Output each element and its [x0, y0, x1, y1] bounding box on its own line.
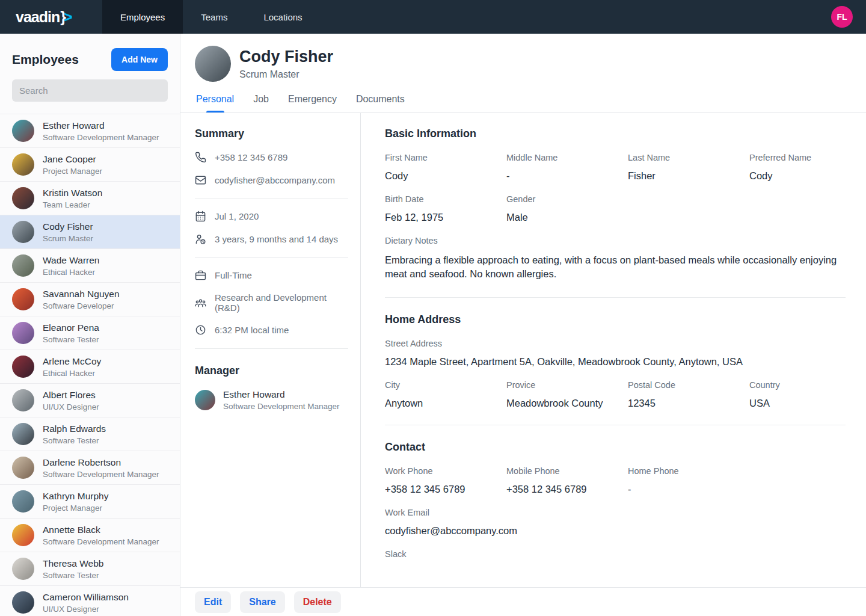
nav-item[interactable]: Locations — [245, 0, 320, 34]
main-content: Cody Fisher Scrum Master Personal Job Em… — [180, 34, 866, 616]
summary-start-date: Jul 1, 2020 — [215, 211, 259, 221]
summary-department-row: Research and Development (R&D) — [195, 292, 348, 313]
employee-avatar — [12, 254, 34, 277]
employee-role: UI/UX Designer — [43, 605, 129, 614]
employee-avatar — [12, 153, 34, 176]
nav-item[interactable]: Teams — [183, 0, 245, 34]
employee-list-item[interactable]: Wade Warren Ethical Hacker — [0, 249, 180, 283]
work-email-label: Work Email — [385, 508, 846, 517]
employee-avatar — [12, 288, 34, 310]
nav-item-label: Employees — [120, 12, 165, 22]
employee-avatar — [12, 187, 34, 209]
tenure-icon — [195, 233, 206, 245]
logo-text: vaadin — [16, 8, 60, 26]
profile-tab[interactable]: Documents — [355, 94, 406, 112]
employee-list-item[interactable]: Kathryn Murphy Project Manager — [0, 485, 180, 519]
add-new-button[interactable]: Add New — [111, 48, 168, 71]
employee-name: Savannah Nguyen — [43, 289, 120, 300]
summary-phone-row: +358 12 345 6789 — [195, 152, 348, 163]
field-label: Middle Name — [506, 153, 628, 162]
employee-name: Kathryn Murphy — [43, 491, 108, 502]
share-button[interactable]: Share — [240, 591, 284, 613]
field: Work Phone +358 12 345 6789 — [385, 466, 506, 495]
field-value: - — [506, 170, 628, 182]
employee-name: Cody Fisher — [43, 221, 93, 232]
employee-name: Albert Flores — [43, 390, 99, 401]
field-value: - — [628, 484, 749, 495]
slack-label: Slack — [385, 549, 846, 559]
employee-avatar — [12, 322, 34, 344]
field: Mobile Phone +358 12 345 6789 — [506, 466, 628, 495]
street-address-value: 1234 Maple Street, Apartment 5A, Oakvill… — [385, 356, 846, 368]
employee-avatar — [12, 389, 34, 411]
profile-tab-label: Personal — [196, 94, 234, 104]
summary-employment-row: Full-Time — [195, 270, 348, 281]
employee-role: Team Leader — [43, 200, 102, 209]
field-value: Fisher — [628, 170, 749, 182]
field-label: City — [385, 380, 506, 390]
contact-phones-grid: Work Phone +358 12 345 6789 Mobile Phone… — [385, 466, 846, 495]
home-address-title: Home Address — [385, 313, 846, 326]
employee-list-item[interactable]: Jane Cooper Project Manager — [0, 148, 180, 182]
employee-role: Software Development Manager — [43, 537, 159, 546]
edit-button[interactable]: Edit — [195, 591, 231, 613]
user-avatar[interactable]: FL — [831, 6, 853, 28]
employee-list-item[interactable]: Cody Fisher Scrum Master — [0, 215, 180, 249]
sidebar-title: Employees — [12, 52, 79, 67]
field: Country USA — [749, 380, 866, 409]
employee-name: Theresa Webb — [43, 558, 103, 569]
nav-item-label: Locations — [263, 12, 302, 22]
nav-item-label: Teams — [201, 12, 227, 22]
employee-list-item[interactable]: Theresa Webb Software Tester — [0, 552, 180, 586]
field: First Name Cody — [385, 153, 506, 182]
clock-icon — [195, 324, 206, 336]
home-address-grid: City Anytown Provice Meadowbrook County … — [385, 380, 846, 409]
summary-start-date-row: Jul 1, 2020 — [195, 211, 348, 222]
employee-list-item[interactable]: Arlene McCoy Ethical Hacker — [0, 350, 180, 384]
employee-list-item[interactable]: Cameron Williamson UI/UX Designer — [0, 586, 180, 616]
street-address-field: Street Address 1234 Maple Street, Apartm… — [385, 339, 846, 368]
employee-list-item[interactable]: Esther Howard Software Development Manag… — [0, 114, 180, 148]
summary-local-time: 6:32 PM local time — [215, 325, 289, 335]
employee-list-item[interactable]: Kristin Watson Team Leader — [0, 182, 180, 215]
employee-avatar — [12, 524, 34, 546]
field-value: Male — [506, 212, 628, 223]
employee-list-item[interactable]: Savannah Nguyen Software Developer — [0, 283, 180, 316]
employee-list-item[interactable]: Albert Flores UI/UX Designer — [0, 384, 180, 417]
work-email-field: Work Email codyfisher@abccompany.com — [385, 508, 846, 537]
profile-tab[interactable]: Emergency — [287, 94, 338, 112]
employee-list-item[interactable]: Darlene Robertson Software Development M… — [0, 451, 180, 485]
personal-info-panel: Basic Information First Name Cody Middle… — [361, 113, 866, 587]
field-value: Cody — [749, 170, 866, 182]
field-value: USA — [749, 398, 866, 409]
field-label: Home Phone — [628, 466, 749, 476]
home-address-section: Home Address Street Address 1234 Maple S… — [385, 313, 846, 409]
profile-tab[interactable]: Job — [252, 94, 270, 112]
action-bar: Edit Share Delete — [180, 587, 866, 616]
field-value: 12345 — [628, 398, 749, 409]
employee-name: Annette Black — [43, 525, 159, 535]
field-value: Anytown — [385, 398, 506, 409]
employee-list-item[interactable]: Eleanor Pena Software Tester — [0, 316, 180, 350]
calendar-icon — [195, 211, 206, 222]
profile-tab[interactable]: Personal — [195, 94, 235, 112]
employee-list-item[interactable]: Ralph Edwards Software Tester — [0, 417, 180, 451]
field-label: Postal Code — [628, 380, 749, 390]
employee-list-item[interactable]: Annette Black Software Development Manag… — [0, 519, 180, 552]
employee-role: Ethical Hacker — [43, 268, 99, 277]
delete-button[interactable]: Delete — [294, 591, 341, 613]
nav-item[interactable]: Employees — [102, 0, 183, 34]
summary-divider — [195, 348, 348, 349]
field-label: Work Phone — [385, 466, 506, 476]
manager-item[interactable]: Esther Howard Software Development Manag… — [195, 389, 348, 411]
dietary-notes-text: Embracing a flexible approach to eating,… — [385, 253, 846, 282]
vaadin-logo[interactable]: vaadin}> — [0, 0, 102, 34]
field-value: +358 12 345 6789 — [506, 484, 628, 495]
profile-role: Scrum Master — [239, 69, 333, 80]
employee-name: Cameron Williamson — [43, 592, 129, 603]
street-address-label: Street Address — [385, 339, 846, 348]
contact-section: Contact Work Phone +358 12 345 6789 Mobi… — [385, 441, 846, 559]
basic-info-row2: Birth Date Feb 12, 1975 Gender Male — [385, 194, 846, 223]
search-input[interactable] — [12, 79, 168, 102]
summary-tenure-row: 3 years, 9 months and 14 days — [195, 233, 348, 245]
